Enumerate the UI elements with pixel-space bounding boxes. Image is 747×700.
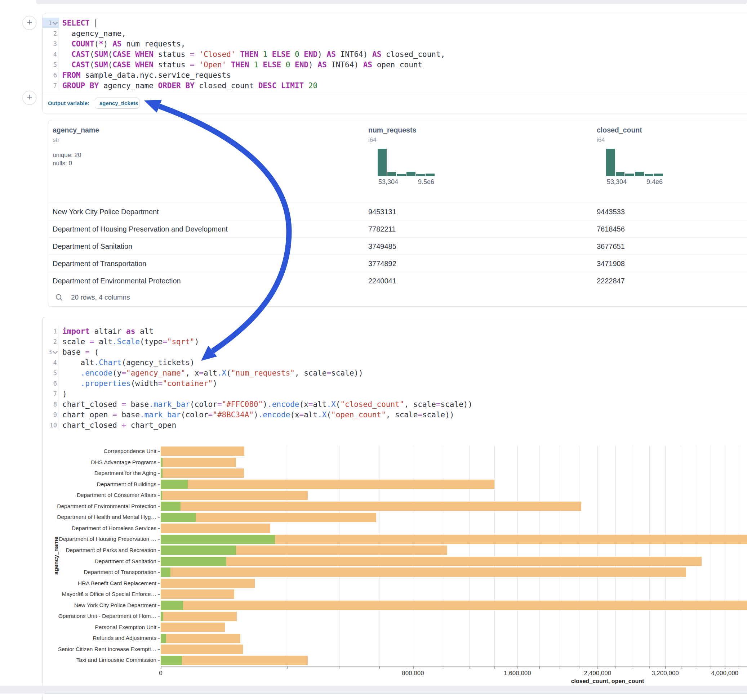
y-axis-label: Department of Homeless Services	[42, 523, 156, 534]
code-token: .X	[327, 400, 336, 409]
line-number: 7	[42, 80, 59, 91]
code-token	[277, 81, 281, 90]
bar-closed-count	[161, 491, 308, 500]
line-number: 3	[42, 39, 59, 49]
y-axis-label: Department for the Aging	[42, 468, 156, 479]
code-text: chart_closed + chart_open	[59, 421, 176, 430]
code-token: INT64)	[336, 50, 372, 59]
code-token: chart_closed	[62, 400, 121, 409]
y-axis-tick	[158, 561, 160, 562]
x-axis-tick-label: 800,000	[402, 670, 424, 677]
code-token: .mark_bar	[149, 400, 190, 409]
code-text: .encode(y="agency_name", x=alt.X("num_re…	[59, 369, 363, 377]
python-code-editor[interactable]: 1import altair as alt2scale = alt.Scale(…	[42, 326, 747, 430]
code-token: , scale	[386, 410, 418, 419]
sql-code-editor[interactable]: 1SELECT 2 agency_name,3 COUNT(*) AS num_…	[42, 18, 747, 91]
table-row[interactable]: Department of Transportation377489234719…	[48, 255, 747, 272]
table-row[interactable]: Department of Sanitation37494853677651	[48, 237, 747, 255]
x-axis-tick	[494, 667, 495, 669]
collapse-chevron-icon[interactable]	[53, 20, 57, 24]
histogram-bar	[416, 174, 425, 176]
code-token: closed_count,	[381, 50, 445, 59]
collapse-chevron-icon[interactable]	[53, 348, 57, 354]
histogram-labels: 53,3049.4e6	[606, 178, 682, 187]
code-token: )	[103, 39, 112, 48]
code-token: =	[190, 60, 195, 69]
x-axis-tick	[539, 667, 540, 669]
bar-closed-count	[161, 458, 236, 467]
code-token: (color	[190, 400, 217, 409]
table-row[interactable]: New York City Police Department945313194…	[48, 203, 747, 220]
line-number: 10	[42, 420, 59, 430]
bar-open-count	[161, 491, 162, 500]
line-number: 6	[42, 378, 59, 389]
code-text: CAST(SUM(CASE WHEN status = 'Open' THEN …	[59, 60, 422, 69]
code-text: chart_open = base.mark_bar(color="#8BC34…	[59, 410, 454, 419]
column-header-agency_name[interactable]: agency_namestrunique: 20nulls: 0	[53, 126, 182, 167]
bar-open-count	[161, 557, 226, 566]
python-line: 2scale = alt.Scale(type="sqrt")	[42, 336, 747, 347]
table-cell: Department of Transportation	[53, 255, 146, 272]
line-number-text: 4	[53, 359, 57, 366]
column-stat: nulls: 0	[53, 159, 182, 167]
code-token: 0	[295, 50, 299, 59]
code-token	[299, 50, 304, 59]
x-axis-tick	[379, 667, 380, 669]
code-token: =	[299, 410, 304, 419]
bar-open-count	[161, 535, 275, 544]
code-token: base	[62, 348, 85, 356]
code-text: base = (	[59, 348, 99, 356]
bar-open-count	[161, 458, 163, 467]
y-axis-title: agency_name	[53, 537, 59, 575]
y-axis-tick	[158, 627, 160, 628]
code-token: 1	[263, 50, 268, 59]
y-axis-label: Senior Citizen Rent Increase Exempti…	[42, 644, 156, 655]
table-cell: New York City Police Department	[53, 203, 159, 220]
y-axis-tick	[158, 649, 160, 650]
code-text: chart_closed = base.mark_bar(color="#FFC…	[59, 400, 472, 409]
y-axis-label: HRA Benefit Card Replacement	[42, 578, 156, 589]
table-cell: 2240041	[368, 272, 396, 290]
gridline	[665, 446, 665, 666]
search-icon[interactable]	[55, 293, 63, 302]
column-header-closed_count[interactable]: closed_counti6453,3049.4e6	[597, 126, 726, 187]
line-number-text: 1	[48, 20, 52, 27]
code-token: agency_name,	[62, 29, 126, 38]
code-token	[236, 50, 240, 59]
add-cell-button-output[interactable]: +	[22, 91, 36, 105]
line-number-text: 7	[53, 390, 57, 398]
code-text: import altair as alt	[59, 327, 154, 336]
histogram-bar	[654, 173, 663, 176]
bar-open-count	[161, 634, 166, 643]
code-token: (	[94, 39, 99, 48]
column-dtype: str	[53, 136, 182, 144]
code-token: (width	[131, 379, 158, 388]
gridline	[443, 446, 443, 666]
sql-cell: 1SELECT 2 agency_name,3 COUNT(*) AS num_…	[42, 14, 747, 113]
code-token: "#FFC080"	[222, 400, 263, 409]
next-cell-edge	[42, 694, 747, 700]
line-number-text: 6	[53, 72, 57, 79]
code-token: base	[126, 400, 149, 409]
line-number-text: 5	[53, 61, 57, 68]
y-axis-tick	[158, 484, 160, 485]
code-token: =	[163, 337, 167, 346]
code-token: (x	[290, 410, 299, 419]
table-row[interactable]: Department of Housing Preservation and D…	[48, 220, 747, 238]
add-cell-button-top[interactable]: +	[22, 16, 36, 30]
code-token: AS	[327, 50, 336, 59]
code-token: (	[327, 410, 331, 419]
output-variable-pill[interactable]: agency_tickets	[95, 98, 139, 109]
histogram-bar	[397, 174, 406, 176]
column-header-num_requests[interactable]: num_requestsi6453,3049.5e6	[368, 126, 498, 187]
bar-closed-count	[161, 634, 240, 643]
code-token: WHEN	[135, 60, 154, 69]
sql-line: 6FROM sample_data.nyc.service_requests	[42, 70, 747, 80]
code-token: closed_count	[195, 81, 259, 90]
code-text: alt.Chart(agency_tickets)	[59, 358, 195, 367]
code-token: THEN	[231, 60, 250, 69]
table-row[interactable]: Department of Environmental Protection22…	[48, 272, 747, 290]
code-token: "#8BC34A"	[213, 410, 254, 419]
code-token: .mark_bar	[140, 410, 181, 419]
table-cell: 3749485	[368, 238, 396, 255]
